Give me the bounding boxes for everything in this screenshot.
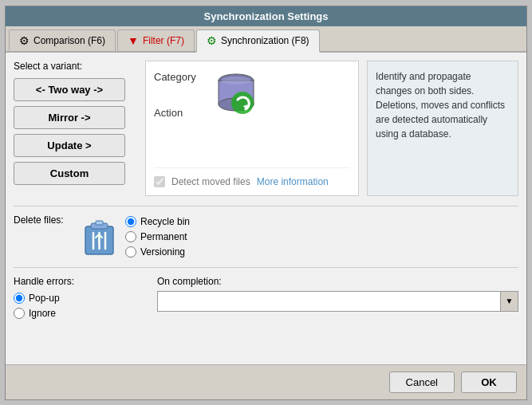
category-action-labels: Category Action bbox=[154, 71, 196, 119]
permanent-label: Permanent bbox=[140, 231, 187, 242]
ok-button[interactable]: OK bbox=[461, 372, 517, 393]
title-bar: Synchronization Settings bbox=[6, 6, 526, 26]
versioning-radio[interactable] bbox=[125, 246, 136, 258]
two-way-button[interactable]: <- Two way -> bbox=[14, 78, 125, 101]
mirror-button[interactable]: Mirror -> bbox=[14, 106, 125, 129]
cancel-button[interactable]: Cancel bbox=[389, 372, 455, 393]
svg-rect-8 bbox=[96, 221, 103, 225]
ignore-option[interactable]: Ignore bbox=[14, 308, 141, 319]
bottom-section: Handle errors: Pop-up Ignore On completi… bbox=[14, 267, 518, 319]
comparison-icon: ⚙ bbox=[19, 34, 30, 47]
category-action-area: Category Action bbox=[154, 69, 350, 121]
action-label: Action bbox=[154, 107, 196, 119]
popup-radio[interactable] bbox=[14, 293, 25, 304]
recycle-bin-option[interactable]: Recycle bin bbox=[125, 216, 190, 227]
trash-icon-container bbox=[81, 218, 117, 257]
filter-icon: ▼ bbox=[128, 34, 139, 47]
versioning-label: Versioning bbox=[140, 246, 185, 258]
handle-errors-label: Handle errors: bbox=[14, 276, 141, 287]
tab-comparison[interactable]: ⚙ Comparison (F6) bbox=[9, 29, 116, 51]
dropdown-arrow-icon[interactable]: ▼ bbox=[500, 292, 518, 311]
svg-point-3 bbox=[222, 77, 250, 85]
main-section: Select a variant: <- Two way -> Mirror -… bbox=[14, 61, 518, 196]
detect-moved-area: Detect moved files More information bbox=[154, 167, 350, 187]
detect-moved-label: Detect moved files bbox=[171, 176, 250, 187]
dialog-footer: Cancel OK bbox=[6, 364, 526, 399]
left-panel: Select a variant: <- Two way -> Mirror -… bbox=[14, 61, 137, 196]
recycle-bin-label: Recycle bin bbox=[140, 216, 190, 227]
trash-icon bbox=[81, 218, 117, 257]
handle-errors-radio-group: Pop-up Ignore bbox=[14, 293, 141, 319]
more-information-link[interactable]: More information bbox=[257, 176, 329, 187]
popup-label: Pop-up bbox=[29, 293, 60, 304]
tab-sync-label: Synchronization (F8) bbox=[221, 35, 309, 46]
permanent-radio[interactable] bbox=[125, 231, 136, 242]
dialog: Synchronization Settings ⚙ Comparison (F… bbox=[5, 6, 527, 400]
on-completion-input[interactable] bbox=[158, 293, 500, 309]
delete-files-section: Delete files: bbox=[14, 206, 518, 258]
description-text: Identify and propagate changes on both s… bbox=[376, 71, 505, 140]
ignore-label: Ignore bbox=[29, 308, 56, 319]
detect-moved-checkbox bbox=[154, 176, 165, 187]
versioning-option[interactable]: Versioning bbox=[125, 246, 190, 258]
select-variant-label: Select a variant: bbox=[14, 61, 137, 72]
on-completion-label: On completion: bbox=[157, 276, 518, 287]
category-label: Category bbox=[154, 71, 196, 83]
tab-filter-label: Filter (F7) bbox=[143, 35, 184, 46]
sync-icon: ⚙ bbox=[207, 34, 217, 47]
delete-files-label: Delete files: bbox=[14, 214, 73, 226]
tab-comparison-label: Comparison (F6) bbox=[33, 35, 105, 46]
content-area: Select a variant: <- Two way -> Mirror -… bbox=[6, 53, 526, 364]
right-panel: Identify and propagate changes on both s… bbox=[367, 61, 518, 196]
permanent-option[interactable]: Permanent bbox=[125, 231, 190, 242]
db-icon-container bbox=[212, 69, 260, 121]
on-completion-dropdown[interactable]: ▼ bbox=[157, 291, 518, 312]
ignore-radio[interactable] bbox=[14, 308, 25, 319]
dialog-title: Synchronization Settings bbox=[203, 10, 328, 22]
popup-option[interactable]: Pop-up bbox=[14, 293, 141, 304]
custom-button[interactable]: Custom bbox=[14, 162, 125, 185]
tab-synchronization[interactable]: ⚙ Synchronization (F8) bbox=[196, 29, 320, 53]
database-sync-icon bbox=[212, 69, 260, 121]
tab-filter[interactable]: ▼ Filter (F7) bbox=[117, 29, 195, 51]
center-panel: Category Action bbox=[145, 61, 359, 196]
tab-bar: ⚙ Comparison (F6) ▼ Filter (F7) ⚙ Synchr… bbox=[6, 26, 526, 53]
on-completion-section: On completion: ▼ bbox=[157, 276, 518, 319]
update-button[interactable]: Update > bbox=[14, 134, 125, 157]
delete-files-radio-group: Recycle bin Permanent Versioning bbox=[125, 216, 190, 258]
handle-errors-section: Handle errors: Pop-up Ignore bbox=[14, 276, 141, 319]
recycle-bin-radio[interactable] bbox=[125, 216, 136, 227]
